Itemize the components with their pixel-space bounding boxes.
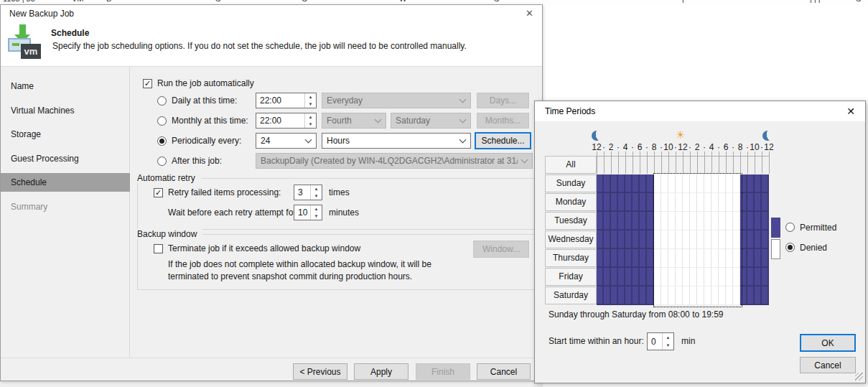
schedule-cell[interactable] — [597, 286, 604, 305]
run-automatically-checkbox[interactable]: ✓ — [143, 79, 152, 88]
schedule-cell[interactable] — [726, 212, 733, 230]
schedule-cell[interactable] — [640, 193, 647, 212]
retry-count-spinner[interactable]: 3 ▲▼ — [294, 185, 322, 200]
schedule-cell[interactable] — [633, 249, 640, 268]
schedule-cell[interactable] — [747, 212, 755, 230]
schedule-cell[interactable] — [668, 193, 676, 212]
schedule-cell[interactable] — [711, 212, 719, 230]
schedule-cell[interactable] — [690, 268, 697, 286]
schedule-cell[interactable] — [740, 268, 747, 286]
terminate-checkbox[interactable]: ✓ — [154, 244, 163, 253]
schedule-cell[interactable] — [711, 230, 719, 249]
spin-buttons[interactable]: ▲▼ — [304, 113, 316, 128]
schedule-cell[interactable] — [726, 249, 733, 268]
schedule-cell[interactable] — [604, 174, 611, 193]
schedule-cell[interactable] — [697, 174, 704, 193]
schedule-cell[interactable] — [740, 174, 747, 193]
schedule-cell[interactable] — [711, 268, 719, 286]
schedule-cell[interactable] — [697, 230, 704, 249]
schedule-cell[interactable] — [733, 268, 740, 286]
schedule-cell[interactable] — [618, 230, 625, 249]
schedule-cell[interactable] — [676, 230, 683, 249]
schedule-cell[interactable] — [726, 286, 733, 305]
schedule-cell[interactable] — [719, 249, 726, 268]
spin-buttons[interactable]: ▲▼ — [662, 333, 673, 350]
after-job-radio[interactable] — [157, 157, 167, 166]
sidebar-item-virtual-machines[interactable]: Virtual Machines — [1, 101, 130, 120]
schedule-cell[interactable] — [690, 174, 697, 193]
schedule-cell[interactable] — [676, 174, 683, 193]
schedule-cell[interactable] — [733, 230, 740, 249]
schedule-cell[interactable] — [726, 193, 733, 212]
schedule-cell[interactable] — [704, 249, 711, 268]
cancel-button[interactable]: Cancel — [477, 363, 531, 380]
schedule-cell[interactable] — [690, 286, 697, 305]
schedule-cell[interactable] — [740, 249, 747, 268]
schedule-cell[interactable] — [611, 286, 618, 305]
schedule-cell[interactable] — [740, 212, 747, 230]
schedule-cell[interactable] — [640, 212, 647, 230]
schedule-cell[interactable] — [676, 212, 683, 230]
schedule-cell[interactable] — [683, 230, 690, 249]
schedule-cell[interactable] — [668, 212, 676, 230]
daily-time-spinner[interactable]: 22:00 ▲▼ — [256, 93, 317, 108]
schedule-cell[interactable] — [676, 193, 683, 212]
schedule-cell[interactable] — [618, 268, 625, 286]
day-row-selector-tuesday[interactable]: Tuesday — [545, 212, 597, 230]
schedule-cell[interactable] — [633, 174, 640, 193]
schedule-cell[interactable] — [733, 174, 740, 193]
schedule-button[interactable]: Schedule... — [475, 132, 531, 149]
schedule-cell[interactable] — [683, 286, 690, 305]
schedule-cell[interactable] — [755, 174, 762, 193]
schedule-cell[interactable] — [661, 212, 668, 230]
schedule-cell[interactable] — [747, 249, 755, 268]
schedule-cell[interactable] — [740, 230, 747, 249]
monthly-time-spinner[interactable]: 22:00 ▲▼ — [256, 113, 317, 129]
schedule-cell[interactable] — [697, 193, 704, 212]
schedule-cell[interactable] — [654, 230, 661, 249]
schedule-cell[interactable] — [733, 212, 740, 230]
schedule-cell[interactable] — [747, 193, 755, 212]
schedule-cell[interactable] — [719, 193, 726, 212]
schedule-cell[interactable] — [633, 193, 640, 212]
schedule-cell[interactable] — [755, 230, 762, 249]
schedule-cell[interactable] — [740, 193, 747, 212]
schedule-cell[interactable] — [697, 286, 704, 305]
schedule-cell[interactable] — [640, 286, 647, 305]
schedule-cell[interactable] — [654, 174, 661, 193]
schedule-cell[interactable] — [618, 193, 625, 212]
schedule-cell[interactable] — [690, 249, 697, 268]
schedule-cell[interactable] — [661, 286, 668, 305]
sidebar-item-summary[interactable]: Summary — [1, 197, 130, 216]
schedule-cell[interactable] — [611, 193, 618, 212]
schedule-cell[interactable] — [668, 230, 676, 249]
schedule-cell[interactable] — [647, 193, 654, 212]
schedule-cell[interactable] — [661, 230, 668, 249]
schedule-cell[interactable] — [747, 174, 755, 193]
day-row-selector-thursday[interactable]: Thursday — [545, 249, 597, 267]
schedule-cell[interactable] — [704, 230, 711, 249]
schedule-cell[interactable] — [618, 174, 625, 193]
schedule-cell[interactable] — [633, 230, 640, 249]
schedule-cell[interactable] — [625, 212, 633, 230]
schedule-cell[interactable] — [747, 286, 755, 305]
schedule-cell[interactable] — [618, 249, 625, 268]
schedule-cell[interactable] — [604, 212, 611, 230]
periodically-unit-dropdown[interactable]: Hours — [322, 133, 471, 149]
schedule-cell[interactable] — [661, 249, 668, 268]
schedule-cell[interactable] — [668, 174, 676, 193]
schedule-cell[interactable] — [640, 230, 647, 249]
schedule-cell[interactable] — [733, 286, 740, 305]
schedule-cell[interactable] — [711, 286, 719, 305]
schedule-cell[interactable] — [625, 286, 633, 305]
apply-button[interactable]: Apply — [354, 363, 409, 380]
close-icon[interactable]: ✕ — [526, 8, 533, 19]
spin-buttons[interactable]: ▲▼ — [310, 205, 322, 220]
schedule-cell[interactable] — [633, 212, 640, 230]
schedule-cell[interactable] — [704, 193, 711, 212]
schedule-cell[interactable] — [676, 286, 683, 305]
schedule-cell[interactable] — [755, 193, 762, 212]
spin-buttons[interactable]: ▲▼ — [310, 185, 322, 200]
daily-radio[interactable] — [157, 96, 167, 106]
schedule-cell[interactable] — [668, 286, 676, 305]
